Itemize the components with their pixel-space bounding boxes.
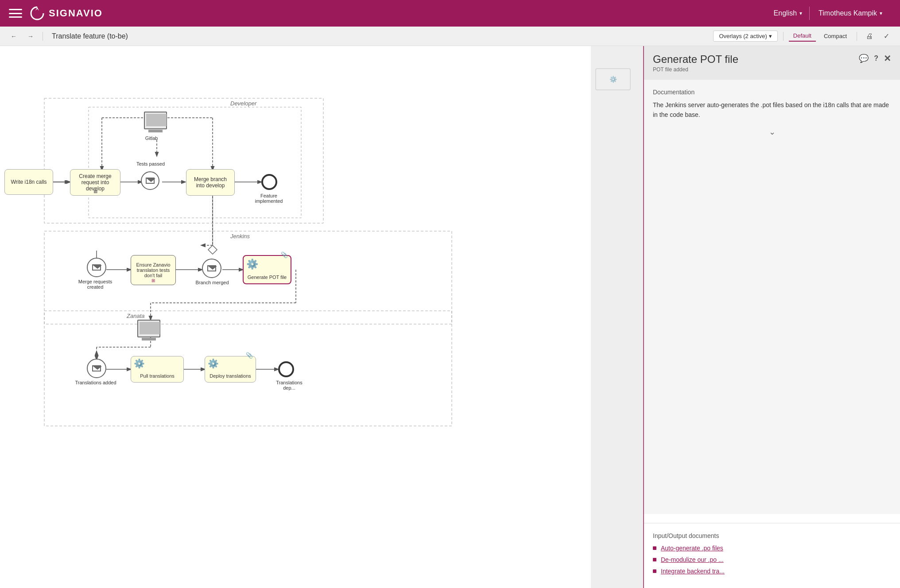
branch-merged-label: Branch merged — [194, 280, 230, 285]
merge-branch-label: Merge branch into develop — [189, 176, 232, 189]
doc-text: The Jenkins server auto-generates the .p… — [653, 100, 891, 120]
canvas-container: Developer Jenkins Zanata Gitlab Write i1… — [0, 46, 900, 588]
detail-panel-icons: 💬 ? ✕ — [859, 53, 891, 64]
developer-label: Developer — [230, 100, 256, 107]
subtask-icon: ▦ — [93, 189, 97, 193]
translations-end-event[interactable] — [278, 361, 294, 377]
message-gateway[interactable] — [141, 171, 159, 190]
generate-pot-task[interactable]: 📎 ⚙️ Generate POT file — [243, 255, 291, 284]
write-i18n-label: Write i18n calls — [11, 179, 47, 185]
expand-button[interactable]: ⌄ — [769, 127, 776, 137]
toolbar: ← → Translate feature (to-be) Overlays (… — [0, 27, 900, 46]
forward-button[interactable]: → — [24, 31, 37, 42]
behind-task: ⚙️ — [595, 68, 631, 90]
logo: SIGNAVIO — [29, 5, 103, 21]
translations-added-label: Translations added — [74, 380, 117, 385]
detail-panel: ⚙️ Generate POT file POT file added 💬 ? … — [643, 46, 900, 588]
deploy-translations-label: Deploy translations — [205, 373, 256, 379]
language-selector[interactable]: English ▾ — [767, 6, 809, 21]
panel-overlay: ⚙️ — [591, 46, 644, 588]
header-right: English ▾ Timotheus Kampik ▾ — [767, 6, 891, 21]
io-bullet-2 — [653, 558, 656, 561]
merge-requests-label: Merge requests created — [75, 279, 115, 290]
pull-gear-icon: ⚙️ — [134, 358, 145, 369]
toolbar-right: Overlays (2 active) ▾ Default Compact 🖨 … — [713, 30, 893, 42]
detail-panel-title: Generate POT file — [653, 53, 738, 66]
merge-requests-event[interactable] — [87, 258, 106, 277]
gear-icon: ⚙️ — [246, 259, 258, 270]
overlays-chevron: ▾ — [769, 33, 772, 39]
detail-panel-header: Generate POT file POT file added 💬 ? ✕ — [644, 46, 900, 80]
io-item-1: Auto-generate .po files — [653, 545, 891, 552]
language-chevron: ▾ — [799, 10, 802, 16]
deploy-clip: 📎 — [246, 352, 253, 359]
deploy-translations-task[interactable]: 📎 ⚙️ Deploy translations — [205, 356, 256, 383]
help-icon[interactable]: ? — [874, 54, 878, 62]
svg-marker-30 — [208, 245, 217, 254]
zanata-system — [137, 320, 160, 340]
tests-passed-label: Tests passed — [135, 161, 167, 166]
detail-panel-subtitle: POT file added — [653, 66, 738, 73]
menu-icon[interactable] — [9, 9, 22, 18]
logo-text: SIGNAVIO — [49, 8, 103, 19]
compact-view-button[interactable]: Compact — [819, 31, 851, 41]
print-button[interactable]: 🖨 — [862, 31, 877, 42]
io-item-3: Integrate backend tra... — [653, 568, 891, 575]
logo-icon — [29, 5, 45, 21]
io-link-2[interactable]: De-modulize our .po ... — [661, 556, 724, 563]
comment-icon[interactable]: 💬 — [859, 54, 869, 63]
language-label: English — [774, 9, 797, 17]
io-bullet-1 — [653, 546, 656, 550]
detail-panel-titles: Generate POT file POT file added — [653, 53, 738, 73]
close-button[interactable]: ✕ — [884, 53, 891, 64]
create-merge-task[interactable]: Create merge request into develop ▦ — [70, 169, 120, 196]
io-section: Input/Output documents Auto-generate .po… — [644, 523, 900, 588]
toolbar-separator-2 — [783, 32, 784, 41]
io-item-2: De-modulize our .po ... — [653, 556, 891, 563]
ensure-zanavio-task[interactable]: Ensure Zanavio translaton tests don't fa… — [131, 255, 176, 285]
translations-dep-label: Translations dep... — [269, 380, 309, 391]
expand-area: ⌄ — [653, 127, 891, 137]
zanata-label: Zanata — [127, 313, 144, 319]
back-button[interactable]: ← — [7, 31, 20, 42]
deploy-gear-icon: ⚙️ — [208, 358, 219, 369]
doc-section-title: Documentation — [653, 89, 891, 96]
generate-pot-label: Generate POT file — [244, 275, 291, 280]
overlays-label: Overlays (2 active) — [719, 33, 767, 39]
io-link-3[interactable]: Integrate backend tra... — [661, 568, 725, 575]
io-link-1[interactable]: Auto-generate .po files — [661, 545, 723, 552]
gitlab-label: Gitlab — [138, 135, 165, 141]
io-section-title: Input/Output documents — [653, 532, 891, 539]
overlays-button[interactable]: Overlays (2 active) ▾ — [713, 31, 777, 42]
pull-translations-task[interactable]: ⚙️ Pull translations — [131, 356, 184, 383]
feature-implemented-label: Feature implemented — [251, 193, 287, 204]
io-bullet-3 — [653, 569, 656, 573]
toolbar-separator — [43, 32, 43, 41]
translations-added-event[interactable] — [87, 359, 106, 378]
checkmark-button[interactable]: ✓ — [880, 30, 893, 42]
write-i18n-task[interactable]: Write i18n calls — [4, 169, 53, 195]
gitlab-system — [144, 112, 167, 132]
user-menu[interactable]: Timotheus Kampik ▾ — [810, 6, 891, 21]
merge-branch-task[interactable]: Merge branch into develop — [186, 169, 235, 196]
generate-pot-clip: 📎 — [281, 251, 288, 258]
detail-body: Documentation The Jenkins server auto-ge… — [644, 80, 900, 514]
pull-translations-label: Pull translations — [131, 373, 183, 379]
user-name: Timotheus Kampik — [819, 9, 877, 17]
svg-rect-0 — [44, 98, 323, 223]
header: SIGNAVIO English ▾ Timotheus Kampik ▾ — [0, 0, 900, 27]
toolbar-separator-3 — [857, 32, 857, 41]
ensure-subtask-icon: ⊞ — [151, 278, 155, 283]
default-view-button[interactable]: Default — [789, 31, 816, 42]
feature-implemented-event[interactable] — [261, 174, 277, 190]
branch-merged-event[interactable] — [202, 259, 221, 278]
diagram-title: Translate feature (to-be) — [52, 32, 710, 40]
jenkins-label: Jenkins — [230, 233, 250, 240]
user-chevron: ▾ — [880, 10, 882, 16]
ensure-zanavio-label: Ensure Zanavio translaton tests don't fa… — [134, 262, 173, 278]
